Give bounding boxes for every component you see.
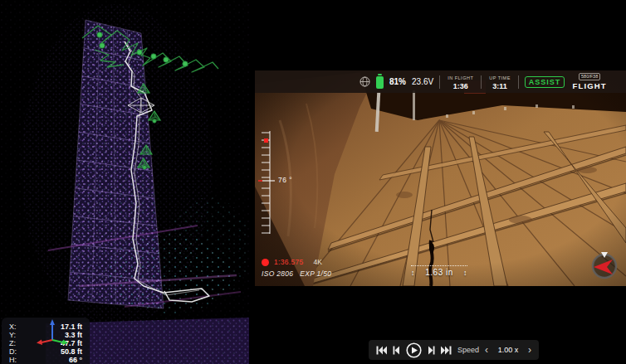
app-window: X:17.1 ft Y:3.3 ft Z:47.7 ft D:50.8 ft H…: [0, 0, 626, 364]
record-time: 1:36.575: [274, 258, 304, 266]
divider: [481, 75, 482, 89]
divider: [439, 75, 440, 89]
tilt-gauge: 76 °: [258, 129, 316, 245]
video-feed: 81% 23.6V IN FLIGHT 1:36 UP TIME 3:11 AS…: [255, 70, 626, 286]
step-back-icon: [393, 346, 400, 355]
iso-value: ISO 2806: [262, 269, 293, 278]
flight-mode-label: FLIGHT: [572, 81, 607, 90]
step-forward-button[interactable]: [428, 346, 435, 355]
recording-info: 1:36.575 4K ISO 2806 EXP 1/50: [262, 258, 331, 278]
exposure-value: EXP 1/50: [300, 269, 331, 278]
assist-mode-badge: ASSIST: [525, 76, 565, 88]
tilt-gauge-scale: [258, 129, 278, 238]
measure-arrow-icon: ↕: [411, 269, 415, 277]
heading-compass: [589, 250, 619, 280]
play-button[interactable]: [406, 342, 422, 358]
speed-label: Speed: [457, 346, 479, 354]
measurement-line: [411, 265, 467, 266]
battery-percent: 81%: [389, 77, 406, 86]
skip-end-icon: [441, 346, 452, 355]
axis-gizmo: [33, 317, 71, 350]
play-icon: [406, 342, 422, 358]
measurement-overlay: ↕ 1.63 in ↕: [411, 265, 467, 277]
step-forward-icon: [428, 346, 435, 355]
record-dot-icon: [262, 259, 269, 266]
globe-icon: [359, 76, 370, 87]
skip-end-button[interactable]: [441, 346, 452, 355]
speed-decrease-button[interactable]: ‹: [485, 346, 488, 354]
resolution-label: 4K: [314, 258, 322, 266]
battery-voltage: 23.6V: [412, 77, 433, 86]
flight-mode-group: 580/F38 FLIGHT: [572, 73, 607, 90]
speed-increase-button[interactable]: ›: [528, 346, 531, 354]
pointcloud-viewport[interactable]: X:17.1 ft Y:3.3 ft Z:47.7 ft D:50.8 ft H…: [0, 0, 249, 364]
in-flight-stat: IN FLIGHT 1:36: [446, 75, 475, 90]
measurement-value: 1.63 in: [425, 268, 453, 277]
measure-arrow-icon: ↕: [463, 269, 467, 277]
step-back-button[interactable]: [393, 346, 400, 355]
pointcloud-render: [0, 0, 249, 364]
skip-start-button[interactable]: [376, 346, 387, 355]
playback-controls: Speed ‹ 1.00 x ›: [369, 340, 539, 360]
divider: [518, 75, 519, 89]
coord-h: H:66 °: [9, 356, 82, 364]
storage-badge: 580/F38: [579, 73, 600, 80]
telemetry-bar: 81% 23.6V IN FLIGHT 1:36 UP TIME 3:11 AS…: [255, 70, 626, 93]
speed-value: 1.00 x: [494, 346, 522, 354]
tilt-marker-icon: [264, 138, 268, 143]
battery-icon: [376, 76, 384, 89]
uptime-stat: UP TIME 3:11: [487, 75, 512, 90]
tilt-angle-value: 76 °: [278, 176, 292, 184]
skip-start-icon: [376, 346, 387, 355]
